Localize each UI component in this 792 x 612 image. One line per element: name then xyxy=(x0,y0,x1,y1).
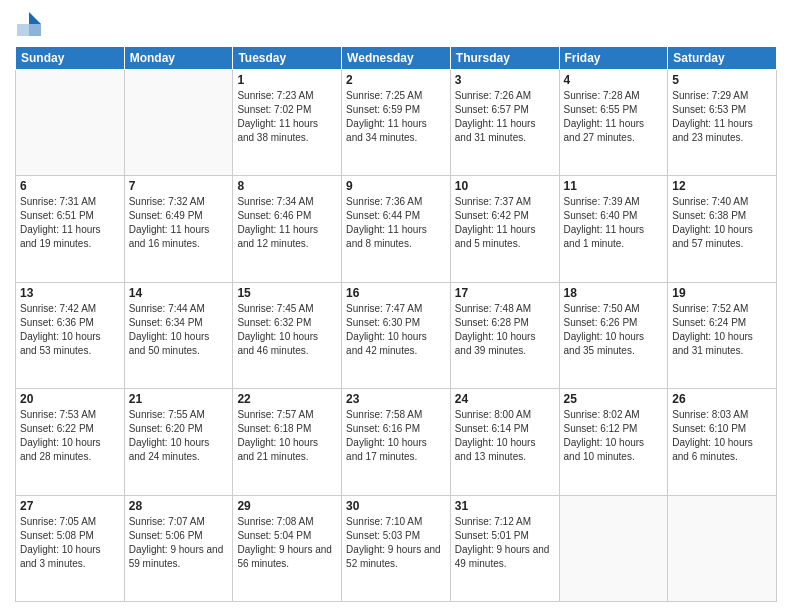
logo-icon xyxy=(15,10,43,38)
day-details: Sunrise: 7:12 AM Sunset: 5:01 PM Dayligh… xyxy=(455,515,555,571)
day-number: 29 xyxy=(237,499,337,513)
day-details: Sunrise: 7:37 AM Sunset: 6:42 PM Dayligh… xyxy=(455,195,555,251)
day-number: 2 xyxy=(346,73,446,87)
day-details: Sunrise: 7:10 AM Sunset: 5:03 PM Dayligh… xyxy=(346,515,446,571)
calendar-cell: 2Sunrise: 7:25 AM Sunset: 6:59 PM Daylig… xyxy=(342,70,451,176)
day-number: 16 xyxy=(346,286,446,300)
svg-marker-2 xyxy=(17,24,29,36)
day-number: 31 xyxy=(455,499,555,513)
day-details: Sunrise: 7:07 AM Sunset: 5:06 PM Dayligh… xyxy=(129,515,229,571)
day-number: 20 xyxy=(20,392,120,406)
day-details: Sunrise: 7:55 AM Sunset: 6:20 PM Dayligh… xyxy=(129,408,229,464)
day-number: 25 xyxy=(564,392,664,406)
calendar-cell: 12Sunrise: 7:40 AM Sunset: 6:38 PM Dayli… xyxy=(668,176,777,282)
calendar-cell: 29Sunrise: 7:08 AM Sunset: 5:04 PM Dayli… xyxy=(233,495,342,601)
day-number: 3 xyxy=(455,73,555,87)
day-details: Sunrise: 7:34 AM Sunset: 6:46 PM Dayligh… xyxy=(237,195,337,251)
calendar-cell: 24Sunrise: 8:00 AM Sunset: 6:14 PM Dayli… xyxy=(450,389,559,495)
calendar-cell: 30Sunrise: 7:10 AM Sunset: 5:03 PM Dayli… xyxy=(342,495,451,601)
day-number: 30 xyxy=(346,499,446,513)
day-details: Sunrise: 7:08 AM Sunset: 5:04 PM Dayligh… xyxy=(237,515,337,571)
calendar-cell: 20Sunrise: 7:53 AM Sunset: 6:22 PM Dayli… xyxy=(16,389,125,495)
calendar-cell: 6Sunrise: 7:31 AM Sunset: 6:51 PM Daylig… xyxy=(16,176,125,282)
day-details: Sunrise: 7:53 AM Sunset: 6:22 PM Dayligh… xyxy=(20,408,120,464)
calendar-header-saturday: Saturday xyxy=(668,47,777,70)
calendar-header-monday: Monday xyxy=(124,47,233,70)
day-number: 17 xyxy=(455,286,555,300)
calendar-week-3: 13Sunrise: 7:42 AM Sunset: 6:36 PM Dayli… xyxy=(16,282,777,388)
calendar-cell: 28Sunrise: 7:07 AM Sunset: 5:06 PM Dayli… xyxy=(124,495,233,601)
day-details: Sunrise: 7:58 AM Sunset: 6:16 PM Dayligh… xyxy=(346,408,446,464)
calendar-cell: 23Sunrise: 7:58 AM Sunset: 6:16 PM Dayli… xyxy=(342,389,451,495)
day-number: 19 xyxy=(672,286,772,300)
calendar-header-thursday: Thursday xyxy=(450,47,559,70)
logo xyxy=(15,10,47,38)
calendar-cell xyxy=(668,495,777,601)
day-number: 8 xyxy=(237,179,337,193)
day-number: 1 xyxy=(237,73,337,87)
calendar-table: SundayMondayTuesdayWednesdayThursdayFrid… xyxy=(15,46,777,602)
day-details: Sunrise: 7:36 AM Sunset: 6:44 PM Dayligh… xyxy=(346,195,446,251)
day-number: 18 xyxy=(564,286,664,300)
calendar-cell: 5Sunrise: 7:29 AM Sunset: 6:53 PM Daylig… xyxy=(668,70,777,176)
calendar-cell: 25Sunrise: 8:02 AM Sunset: 6:12 PM Dayli… xyxy=(559,389,668,495)
calendar-cell: 27Sunrise: 7:05 AM Sunset: 5:08 PM Dayli… xyxy=(16,495,125,601)
svg-marker-0 xyxy=(29,12,41,24)
day-details: Sunrise: 7:48 AM Sunset: 6:28 PM Dayligh… xyxy=(455,302,555,358)
day-number: 28 xyxy=(129,499,229,513)
day-details: Sunrise: 7:40 AM Sunset: 6:38 PM Dayligh… xyxy=(672,195,772,251)
calendar-week-2: 6Sunrise: 7:31 AM Sunset: 6:51 PM Daylig… xyxy=(16,176,777,282)
calendar-cell xyxy=(559,495,668,601)
calendar-cell: 14Sunrise: 7:44 AM Sunset: 6:34 PM Dayli… xyxy=(124,282,233,388)
calendar-cell: 1Sunrise: 7:23 AM Sunset: 7:02 PM Daylig… xyxy=(233,70,342,176)
day-number: 13 xyxy=(20,286,120,300)
day-details: Sunrise: 7:05 AM Sunset: 5:08 PM Dayligh… xyxy=(20,515,120,571)
day-details: Sunrise: 7:44 AM Sunset: 6:34 PM Dayligh… xyxy=(129,302,229,358)
day-details: Sunrise: 7:39 AM Sunset: 6:40 PM Dayligh… xyxy=(564,195,664,251)
calendar-cell: 15Sunrise: 7:45 AM Sunset: 6:32 PM Dayli… xyxy=(233,282,342,388)
calendar-week-1: 1Sunrise: 7:23 AM Sunset: 7:02 PM Daylig… xyxy=(16,70,777,176)
calendar-cell: 11Sunrise: 7:39 AM Sunset: 6:40 PM Dayli… xyxy=(559,176,668,282)
day-number: 4 xyxy=(564,73,664,87)
day-number: 7 xyxy=(129,179,229,193)
calendar-cell xyxy=(124,70,233,176)
day-details: Sunrise: 7:26 AM Sunset: 6:57 PM Dayligh… xyxy=(455,89,555,145)
day-details: Sunrise: 7:29 AM Sunset: 6:53 PM Dayligh… xyxy=(672,89,772,145)
calendar-cell: 7Sunrise: 7:32 AM Sunset: 6:49 PM Daylig… xyxy=(124,176,233,282)
calendar-cell: 4Sunrise: 7:28 AM Sunset: 6:55 PM Daylig… xyxy=(559,70,668,176)
calendar-cell: 19Sunrise: 7:52 AM Sunset: 6:24 PM Dayli… xyxy=(668,282,777,388)
day-number: 24 xyxy=(455,392,555,406)
day-number: 9 xyxy=(346,179,446,193)
day-number: 6 xyxy=(20,179,120,193)
calendar-cell: 18Sunrise: 7:50 AM Sunset: 6:26 PM Dayli… xyxy=(559,282,668,388)
calendar-header-friday: Friday xyxy=(559,47,668,70)
calendar-cell: 16Sunrise: 7:47 AM Sunset: 6:30 PM Dayli… xyxy=(342,282,451,388)
day-details: Sunrise: 7:28 AM Sunset: 6:55 PM Dayligh… xyxy=(564,89,664,145)
day-details: Sunrise: 7:25 AM Sunset: 6:59 PM Dayligh… xyxy=(346,89,446,145)
day-details: Sunrise: 8:00 AM Sunset: 6:14 PM Dayligh… xyxy=(455,408,555,464)
day-details: Sunrise: 7:31 AM Sunset: 6:51 PM Dayligh… xyxy=(20,195,120,251)
day-details: Sunrise: 7:23 AM Sunset: 7:02 PM Dayligh… xyxy=(237,89,337,145)
calendar-cell: 8Sunrise: 7:34 AM Sunset: 6:46 PM Daylig… xyxy=(233,176,342,282)
day-number: 27 xyxy=(20,499,120,513)
day-number: 26 xyxy=(672,392,772,406)
calendar-cell: 9Sunrise: 7:36 AM Sunset: 6:44 PM Daylig… xyxy=(342,176,451,282)
day-number: 23 xyxy=(346,392,446,406)
day-details: Sunrise: 8:02 AM Sunset: 6:12 PM Dayligh… xyxy=(564,408,664,464)
calendar-header-wednesday: Wednesday xyxy=(342,47,451,70)
calendar-cell: 13Sunrise: 7:42 AM Sunset: 6:36 PM Dayli… xyxy=(16,282,125,388)
day-number: 5 xyxy=(672,73,772,87)
calendar-header-row: SundayMondayTuesdayWednesdayThursdayFrid… xyxy=(16,47,777,70)
calendar-cell: 10Sunrise: 7:37 AM Sunset: 6:42 PM Dayli… xyxy=(450,176,559,282)
day-number: 22 xyxy=(237,392,337,406)
calendar-cell: 21Sunrise: 7:55 AM Sunset: 6:20 PM Dayli… xyxy=(124,389,233,495)
calendar-cell: 3Sunrise: 7:26 AM Sunset: 6:57 PM Daylig… xyxy=(450,70,559,176)
calendar-cell: 22Sunrise: 7:57 AM Sunset: 6:18 PM Dayli… xyxy=(233,389,342,495)
calendar-header-sunday: Sunday xyxy=(16,47,125,70)
day-details: Sunrise: 7:47 AM Sunset: 6:30 PM Dayligh… xyxy=(346,302,446,358)
day-number: 10 xyxy=(455,179,555,193)
calendar-cell: 26Sunrise: 8:03 AM Sunset: 6:10 PM Dayli… xyxy=(668,389,777,495)
calendar-week-5: 27Sunrise: 7:05 AM Sunset: 5:08 PM Dayli… xyxy=(16,495,777,601)
calendar-week-4: 20Sunrise: 7:53 AM Sunset: 6:22 PM Dayli… xyxy=(16,389,777,495)
day-details: Sunrise: 8:03 AM Sunset: 6:10 PM Dayligh… xyxy=(672,408,772,464)
